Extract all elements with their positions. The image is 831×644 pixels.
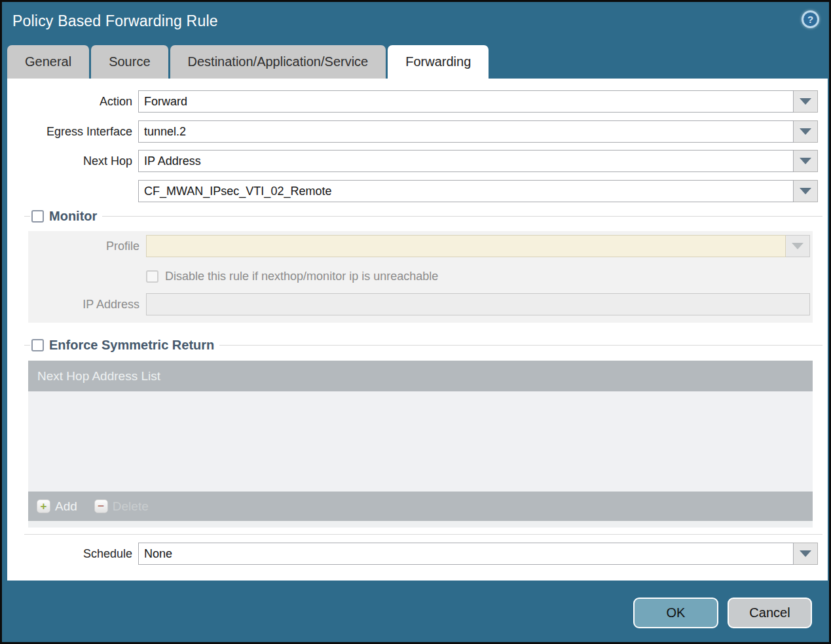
next-hop-address-dropdown-button[interactable] xyxy=(794,180,818,202)
chevron-down-icon xyxy=(792,243,803,249)
action-dropdown-button[interactable] xyxy=(794,90,818,113)
egress-interface-dropdown-button[interactable] xyxy=(794,120,818,143)
chevron-down-icon xyxy=(800,550,811,557)
next-hop-label: Next Hop xyxy=(7,154,138,168)
profile-row: Profile xyxy=(28,235,810,257)
disable-rule-row: Disable this rule if nexthop/monitor ip … xyxy=(28,265,810,287)
tab-source[interactable]: Source xyxy=(91,45,168,79)
next-hop-type-input[interactable] xyxy=(138,150,794,172)
enforce-symmetric-return-title: Enforce Symmetric Return xyxy=(49,338,219,353)
profile-input xyxy=(146,235,786,257)
chevron-down-icon xyxy=(800,188,811,194)
help-icon: ? xyxy=(803,12,817,26)
monitor-ip-address-label: IP Address xyxy=(28,298,146,312)
next-hop-address-list-body[interactable] xyxy=(28,391,813,492)
egress-interface-row: Egress Interface xyxy=(7,120,818,143)
add-button-label: Add xyxy=(55,499,77,514)
minus-icon: − xyxy=(94,499,108,513)
delete-button-label: Delete xyxy=(113,499,149,514)
egress-interface-input[interactable] xyxy=(138,120,794,143)
next-hop-address-input[interactable] xyxy=(138,180,794,202)
egress-interface-label: Egress Interface xyxy=(7,125,138,139)
next-hop-address-list-header[interactable]: Next Hop Address List xyxy=(28,361,813,391)
next-hop-row: Next Hop xyxy=(7,150,818,172)
monitor-ip-address-input xyxy=(146,293,810,315)
next-hop-address-list-toolbar: + Add − Delete xyxy=(28,492,813,521)
next-hop-type-dropdown-button[interactable] xyxy=(794,150,818,172)
forwarding-tab-panel: Action Egress Interface Next Hop xyxy=(7,79,828,581)
legend-line xyxy=(219,345,822,346)
ok-button[interactable]: OK xyxy=(633,598,718,628)
enforce-symmetric-return-checkbox[interactable] xyxy=(31,339,44,351)
tab-destination-application-service[interactable]: Destination/Application/Service xyxy=(170,45,386,79)
monitor-checkbox[interactable] xyxy=(31,210,44,223)
monitor-ip-address-row: IP Address xyxy=(28,293,810,315)
profile-dropdown-button xyxy=(786,235,810,257)
tab-bar: General Source Destination/Application/S… xyxy=(7,45,489,79)
action-label: Action xyxy=(7,95,138,109)
action-row: Action xyxy=(7,90,818,113)
schedule-label: Schedule xyxy=(7,547,138,561)
schedule-row: Schedule xyxy=(7,543,818,565)
chevron-down-icon xyxy=(800,128,811,135)
profile-label: Profile xyxy=(28,240,146,253)
action-input[interactable] xyxy=(138,90,794,113)
dialog-title: Policy Based Forwarding Rule xyxy=(12,12,218,30)
disable-rule-checkbox xyxy=(146,270,158,283)
table-scroll-strip xyxy=(28,521,813,528)
legend-line xyxy=(102,216,822,217)
help-button[interactable]: ? xyxy=(802,10,819,28)
enforce-symmetric-return-legend: Enforce Symmetric Return xyxy=(24,338,822,352)
monitor-panel: Profile Disable this rule if nexthop/mon… xyxy=(28,231,813,323)
add-button[interactable]: + Add xyxy=(37,499,77,514)
disable-rule-label: Disable this rule if nexthop/monitor ip … xyxy=(165,270,438,283)
chevron-down-icon xyxy=(800,98,811,105)
tab-forwarding[interactable]: Forwarding xyxy=(388,45,489,79)
delete-button[interactable]: − Delete xyxy=(94,499,149,514)
next-hop-address-list-header-label: Next Hop Address List xyxy=(37,369,160,384)
legend-line xyxy=(24,216,30,217)
plus-icon: + xyxy=(37,499,50,513)
tab-general[interactable]: General xyxy=(7,45,89,79)
schedule-input[interactable] xyxy=(138,543,794,565)
section-divider xyxy=(24,534,822,535)
policy-based-forwarding-rule-dialog: Policy Based Forwarding Rule ? General S… xyxy=(0,0,831,644)
chevron-down-icon xyxy=(800,158,811,164)
monitor-title: Monitor xyxy=(49,209,102,224)
monitor-legend: Monitor xyxy=(24,209,822,223)
next-hop-address-row xyxy=(7,180,818,202)
legend-line xyxy=(24,345,30,346)
next-hop-address-list-table: Next Hop Address List + Add − Delete xyxy=(28,361,813,528)
schedule-dropdown-button[interactable] xyxy=(794,543,818,565)
cancel-button[interactable]: Cancel xyxy=(728,598,812,628)
